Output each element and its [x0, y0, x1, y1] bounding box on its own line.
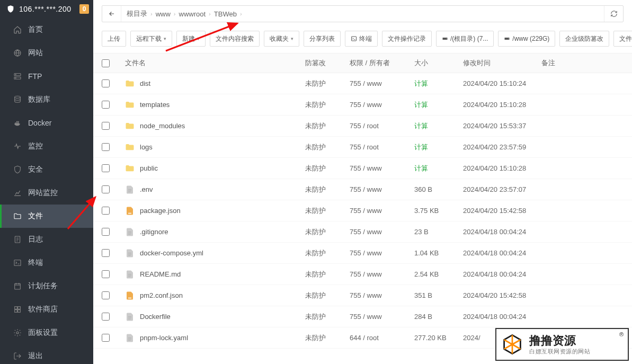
- file-name[interactable]: pnpm-lock.yaml: [140, 334, 188, 342]
- refresh-button[interactable]: [604, 6, 623, 22]
- favorites-button[interactable]: 收藏夹▾: [264, 31, 299, 47]
- file-name[interactable]: docker-compose.yml: [140, 249, 203, 257]
- cell-perm[interactable]: 755 / www: [350, 164, 414, 172]
- table-row[interactable]: templates未防护755 / www计算2024/04/20 15:10:…: [93, 94, 632, 116]
- col-name[interactable]: 文件名: [125, 58, 305, 68]
- table-row[interactable]: .gitignore未防护755 / www23 B2024/04/18 00:…: [93, 221, 632, 243]
- row-checkbox[interactable]: [102, 185, 110, 193]
- table-row[interactable]: README.md未防护755 / www2.54 KB2024/04/18 0…: [93, 264, 632, 285]
- cell-perm[interactable]: 755 / www: [350, 313, 414, 321]
- cell-perm[interactable]: 755 / www: [350, 291, 414, 299]
- row-checkbox[interactable]: [102, 207, 110, 215]
- file-name[interactable]: node_modules: [140, 122, 185, 130]
- sidebar-item-folder[interactable]: 文件: [0, 205, 93, 228]
- share-list-button[interactable]: 分享列表: [304, 31, 341, 47]
- chevron-right-icon: ›: [209, 11, 211, 17]
- cell-perm[interactable]: 755 / www: [350, 185, 414, 193]
- cell-size[interactable]: 计算: [414, 121, 463, 131]
- cell-size[interactable]: 计算: [414, 164, 463, 173]
- sidebar-item-terminal[interactable]: 终端: [0, 251, 93, 274]
- file-name[interactable]: templates: [140, 101, 170, 109]
- breadcrumb-segment[interactable]: 根目录: [127, 9, 147, 19]
- row-checkbox[interactable]: [102, 122, 110, 130]
- table-row[interactable]: docker-compose.yml未防护755 / www1.04 KB202…: [93, 243, 632, 264]
- cell-size[interactable]: 计算: [414, 79, 463, 88]
- file-oplog-button[interactable]: 文件操作记录: [382, 31, 432, 47]
- file-name[interactable]: .env: [140, 185, 153, 193]
- row-checkbox[interactable]: [102, 164, 110, 172]
- cell-perm[interactable]: 644 / root: [350, 334, 414, 342]
- disk-root-button[interactable]: /(根目录) (7...: [436, 31, 494, 47]
- file-name[interactable]: pm2.conf.json: [140, 291, 183, 299]
- row-checkbox[interactable]: [102, 101, 110, 109]
- file-name[interactable]: .gitignore: [140, 228, 168, 236]
- file-name[interactable]: package.json: [140, 207, 181, 215]
- cell-perm[interactable]: 755 / www: [350, 79, 414, 87]
- cell-perm[interactable]: 755 / www: [350, 270, 414, 278]
- select-all-checkbox[interactable]: [102, 59, 110, 67]
- sidebar-item-db[interactable]: 数据库: [0, 88, 93, 111]
- table-row[interactable]: Dockerfile未防护755 / www284 B2024/04/18 00…: [93, 306, 632, 327]
- cell-perm[interactable]: 755 / www: [350, 249, 414, 257]
- sidebar-item-store[interactable]: 软件商店: [0, 298, 93, 321]
- sidebar-item-shield[interactable]: 安全: [0, 158, 93, 181]
- breadcrumb-segment[interactable]: wwwroot: [179, 10, 206, 18]
- table-row[interactable]: node_modules未防护755 / root计算2024/04/20 15…: [93, 116, 632, 137]
- row-checkbox[interactable]: [102, 79, 110, 87]
- notification-badge[interactable]: 0: [79, 4, 89, 14]
- col-protect[interactable]: 防篡改: [305, 58, 350, 68]
- file-name[interactable]: dist: [140, 79, 150, 87]
- col-size[interactable]: 大小: [414, 58, 463, 68]
- sidebar-item-chart[interactable]: 网站监控: [0, 181, 93, 205]
- enterprise-tamper-button[interactable]: 企业级防篡改: [559, 31, 609, 47]
- file-name[interactable]: README.md: [140, 270, 181, 278]
- table-row[interactable]: logs未防护755 / root计算2024/04/20 23:57:59: [93, 137, 632, 158]
- table-row[interactable]: package.json未防护755 / www3.75 KB2024/04/2…: [93, 200, 632, 221]
- sidebar-item-label: 终端: [28, 258, 43, 268]
- col-note[interactable]: 备注: [541, 58, 627, 68]
- cell-size[interactable]: 计算: [414, 143, 463, 152]
- disk-www-button[interactable]: /www (229G): [498, 31, 555, 47]
- breadcrumb-back-button[interactable]: [102, 6, 121, 22]
- more-button[interactable]: 文件: [613, 31, 632, 47]
- cell-size[interactable]: 计算: [414, 100, 463, 110]
- upload-button[interactable]: 上传: [102, 31, 126, 47]
- sidebar-item-globe[interactable]: 网站: [0, 41, 93, 65]
- cell-perm[interactable]: 755 / www: [350, 207, 414, 215]
- cell-perm[interactable]: 755 / root: [350, 143, 414, 151]
- sidebar-item-task[interactable]: 计划任务: [0, 274, 93, 298]
- col-mtime[interactable]: 修改时间: [463, 58, 541, 68]
- cell-perm[interactable]: 755 / www: [350, 101, 414, 109]
- table-row[interactable]: pm2.conf.json未防护755 / www351 B2024/04/20…: [93, 285, 632, 306]
- terminal-button[interactable]: 终端: [345, 31, 378, 47]
- sidebar-item-ftp[interactable]: FTP: [0, 65, 93, 88]
- sidebar-item-settings[interactable]: 面板设置: [0, 321, 93, 344]
- row-checkbox[interactable]: [102, 334, 110, 342]
- table-row[interactable]: dist未防护755 / www计算2024/04/20 15:10:24: [93, 73, 632, 94]
- file-name[interactable]: Dockerfile: [140, 313, 171, 321]
- row-checkbox[interactable]: [102, 143, 110, 151]
- cell-perm[interactable]: 755 / www: [350, 228, 414, 236]
- cell-perm[interactable]: 755 / root: [350, 122, 414, 130]
- sidebar-item-docker[interactable]: Docker: [0, 111, 93, 135]
- new-button[interactable]: 新建▾: [176, 31, 206, 47]
- row-checkbox[interactable]: [102, 270, 110, 278]
- row-checkbox[interactable]: [102, 291, 110, 299]
- file-name[interactable]: public: [140, 164, 158, 172]
- row-checkbox[interactable]: [102, 249, 110, 257]
- content-search-button[interactable]: 文件内容搜索: [210, 31, 260, 47]
- sidebar-item-home[interactable]: 首页: [0, 18, 93, 41]
- table-row[interactable]: public未防护755 / www计算2024/04/20 15:10:28: [93, 158, 632, 179]
- file-name[interactable]: logs: [140, 143, 153, 151]
- file-icon: [125, 206, 135, 216]
- sidebar-item-monitor[interactable]: 监控: [0, 135, 93, 158]
- row-checkbox[interactable]: [102, 228, 110, 236]
- col-perm[interactable]: 权限 / 所有者: [350, 58, 414, 68]
- breadcrumb-segment[interactable]: TBWeb: [214, 10, 237, 18]
- breadcrumb-segment[interactable]: www: [156, 10, 171, 18]
- sidebar-item-exit[interactable]: 退出: [0, 344, 93, 364]
- row-checkbox[interactable]: [102, 313, 110, 321]
- sidebar-item-log[interactable]: 日志: [0, 228, 93, 251]
- remote-download-button[interactable]: 远程下载▾: [130, 31, 172, 47]
- table-row[interactable]: .env未防护755 / www360 B2024/04/20 23:57:07: [93, 179, 632, 200]
